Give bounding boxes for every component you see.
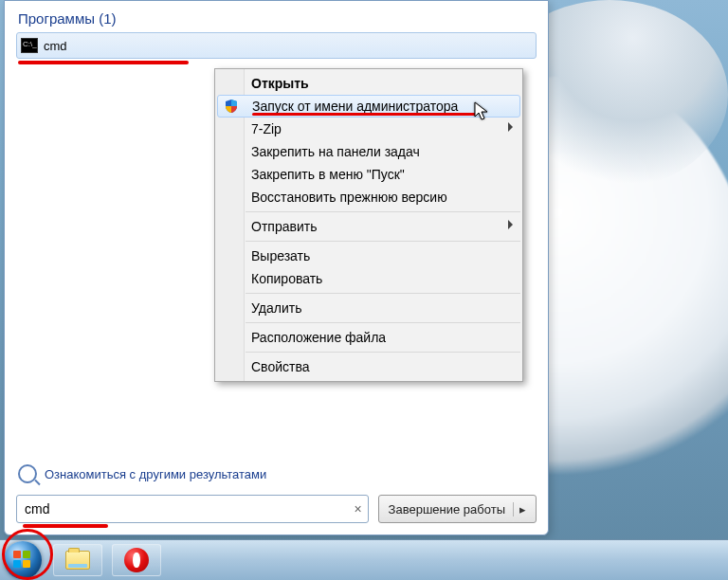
ctx-open-label: Открыть (251, 76, 309, 91)
explorer-icon (65, 551, 90, 570)
ctx-cut-label: Вырезать (251, 248, 310, 263)
annotation-underline-admin (252, 113, 476, 116)
ctx-delete-label: Удалить (251, 300, 301, 316)
ctx-7zip-label: 7-Zip (251, 121, 282, 136)
search-icon (18, 464, 37, 483)
ctx-copy-label: Копировать (251, 271, 322, 286)
ctx-separator (246, 241, 520, 242)
cmd-icon (21, 38, 38, 53)
ctx-open[interactable]: Открыть (215, 72, 522, 95)
context-menu: Открыть Запуск от имени администратора 7… (214, 68, 523, 382)
ctx-run-as-admin-label: Запуск от имени администратора (252, 99, 458, 114)
ctx-separator (246, 352, 520, 353)
ctx-cut[interactable]: Вырезать (215, 245, 522, 267)
ctx-pin-start-label: Закрепить в меню "Пуск" (251, 167, 405, 182)
programs-header: Программы (1) (18, 10, 537, 27)
shutdown-label: Завершение работы (389, 502, 505, 517)
annotation-underline-search (23, 524, 108, 528)
see-more-results-label: Ознакомиться с другими результатами (45, 467, 266, 481)
ctx-open-location-label: Расположение файла (251, 330, 386, 345)
ctx-open-location[interactable]: Расположение файла (215, 326, 522, 349)
taskbar (0, 539, 728, 580)
ctx-properties-label: Свойства (251, 359, 309, 374)
ctx-separator (246, 293, 520, 294)
see-more-results[interactable]: Ознакомиться с другими результатами (18, 464, 537, 483)
search-input[interactable] (23, 500, 354, 517)
ctx-separator (246, 211, 520, 212)
ctx-restore-prev[interactable]: Восстановить прежнюю версию (215, 186, 522, 208)
shutdown-options-arrow[interactable]: ▸ (513, 502, 532, 517)
search-result-cmd[interactable]: cmd (16, 32, 537, 59)
ctx-restore-prev-label: Восстановить прежнюю версию (251, 190, 447, 205)
taskbar-explorer[interactable] (53, 544, 102, 576)
submenu-arrow-icon (508, 220, 513, 229)
uac-shield-icon (224, 99, 239, 114)
opera-icon (124, 548, 149, 572)
ctx-pin-start[interactable]: Закрепить в меню "Пуск" (215, 163, 522, 186)
ctx-7zip[interactable]: 7-Zip (215, 118, 522, 140)
ctx-pin-taskbar[interactable]: Закрепить на панели задач (215, 140, 522, 163)
taskbar-opera[interactable] (112, 544, 161, 576)
submenu-arrow-icon (508, 122, 513, 132)
windows-logo-icon (13, 551, 32, 570)
ctx-pin-taskbar-label: Закрепить на панели задач (251, 144, 420, 159)
ctx-send-to-label: Отправить (251, 219, 317, 234)
ctx-run-as-admin[interactable]: Запуск от имени администратора (217, 95, 520, 118)
ctx-copy[interactable]: Копировать (215, 267, 522, 290)
clear-search-icon[interactable]: × (354, 501, 361, 517)
ctx-delete[interactable]: Удалить (215, 297, 522, 319)
shutdown-button[interactable]: Завершение работы ▸ (378, 495, 537, 523)
ctx-properties[interactable]: Свойства (215, 355, 522, 378)
ctx-send-to[interactable]: Отправить (215, 215, 522, 238)
ctx-separator (246, 322, 520, 323)
start-button[interactable] (4, 541, 42, 579)
start-search-box[interactable]: × (16, 495, 369, 523)
search-result-label: cmd (44, 39, 67, 53)
